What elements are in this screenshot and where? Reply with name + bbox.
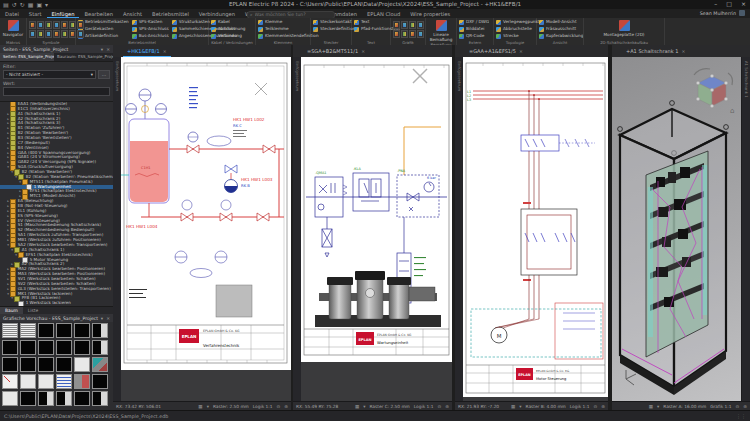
view-cube[interactable]: ⌂ [694, 69, 734, 115]
symbol-icon[interactable] [53, 30, 60, 38]
page-thumbnail[interactable] [38, 374, 54, 389]
ribbon-tab-eplan-cloud[interactable]: EPLAN Cloud [362, 10, 405, 18]
page-thumbnail[interactable] [56, 357, 72, 372]
panel-close-icon[interactable]: × [106, 316, 110, 321]
ribbon-tab-ansicht[interactable]: Ansicht [118, 10, 147, 18]
page-thumbnail[interactable] [74, 374, 90, 389]
close-button[interactable]: × [741, 0, 746, 8]
symbol-icon[interactable] [77, 30, 84, 38]
ribbon-item-verlegewegpunkt[interactable]: Verlegewegpunkt [496, 19, 540, 25]
ribbon-item-navigator[interactable]: Navigator [2, 19, 24, 37]
user-account[interactable]: Sean Mulherrin [700, 10, 745, 16]
snap-icon[interactable]: ▦ [198, 404, 202, 409]
ribbon-item-modell-ansicht[interactable]: Modell-Ansicht [539, 19, 583, 25]
symbol-icon[interactable] [393, 21, 400, 29]
ribbon-item-lineare-bema-ung[interactable]: Lineare Bemaßung [428, 19, 454, 42]
zoom-out-icon[interactable]: ⊖ [735, 404, 739, 409]
tab-close-icon[interactable]: × [519, 47, 523, 56]
grid-icon[interactable]: ▾ [363, 404, 365, 409]
ribbon-item-abbruchstelle[interactable]: Abbruchstelle [496, 26, 540, 32]
minimize-button[interactable]: – [714, 0, 717, 8]
ribbon-item-teilklemme[interactable]: Teilklemme [258, 26, 319, 32]
ribbon-item-qr-code[interactable]: QR-Code [459, 33, 489, 39]
ribbon-tab-datei[interactable]: Datei [0, 10, 24, 18]
symbol-icon[interactable] [37, 21, 44, 29]
page-thumbnail[interactable] [92, 374, 108, 389]
symbol-icon[interactable] [45, 21, 52, 29]
ribbon-tab-start[interactable]: Start [24, 10, 47, 18]
page-thumbnail[interactable] [20, 357, 36, 372]
page-thumbnail[interactable] [2, 340, 18, 355]
ribbon-item-montageplatte-2d-[interactable]: Montageplatte (2D) [586, 19, 662, 37]
symbol-icon[interactable] [29, 30, 36, 38]
filter-dropdown[interactable]: - Nicht aktiviert - ▾ [3, 70, 96, 79]
ribbon-tab-einf-gen[interactable]: Einfügen [47, 10, 80, 18]
search-input[interactable] [253, 12, 333, 17]
ribbon-item-artikeldefinition[interactable]: Artikeldefinition [78, 33, 129, 39]
page-thumbnail[interactable] [74, 340, 90, 355]
tab-close-icon[interactable]: × [681, 47, 685, 56]
pin-icon[interactable]: ▾ [101, 316, 103, 321]
symbol-icon[interactable] [61, 21, 68, 29]
tab-close-icon[interactable]: × [163, 47, 167, 56]
zoom-in-icon[interactable]: ⊕ [445, 404, 449, 409]
symbol-icon[interactable] [401, 30, 408, 38]
page-thumbnail[interactable] [2, 323, 18, 338]
symbol-icon[interactable] [29, 21, 36, 29]
symbol-icon[interactable] [393, 30, 400, 38]
grid-icon[interactable]: ▾ [657, 404, 659, 409]
zoom-out-icon[interactable]: ⊖ [593, 404, 597, 409]
page-thumbnail[interactable] [56, 323, 72, 338]
ribbon-item-klemmenleistendefinition[interactable]: Klemmenleistendefinition [258, 33, 319, 39]
ribbon-item-steckerdefinition[interactable]: Steckerdefinition [313, 26, 355, 32]
page-thumbnail[interactable] [56, 391, 72, 406]
symbol-icon[interactable] [409, 30, 416, 38]
document-tab[interactable]: +HK1&EFB/1× [123, 46, 171, 57]
symbol-icon[interactable] [409, 21, 416, 29]
page-thumbnail[interactable] [56, 374, 72, 389]
page-thumbnail[interactable] [92, 357, 108, 372]
ribbon-item-betriebsmittelkasten[interactable]: Betriebsmittelkasten [78, 19, 129, 25]
symbol-icon[interactable] [417, 21, 424, 29]
snap-icon[interactable]: ▦ [649, 404, 653, 409]
ribbon-tab-wire-properties[interactable]: Wire properties [405, 10, 455, 18]
grid-icon[interactable]: ▾ [519, 404, 521, 409]
ribbon-item-abschirmung[interactable]: Abschirmung [211, 26, 246, 32]
tab-seiten[interactable]: Seiten: ESS_Sample_Project [0, 53, 54, 61]
page-thumbnail[interactable] [92, 391, 108, 406]
page-thumbnail[interactable] [20, 340, 36, 355]
page-thumbnail[interactable] [20, 374, 36, 389]
grid-icon[interactable]: ▾ [207, 404, 209, 409]
panel-close-icon[interactable]: × [106, 47, 110, 52]
snap-icon[interactable]: ▦ [511, 404, 515, 409]
ribbon-item-bilddatei[interactable]: Bilddatei [459, 26, 489, 32]
page-thumbnail[interactable] [92, 323, 108, 338]
page-thumbnail[interactable] [20, 323, 36, 338]
snap-icon[interactable]: ▦ [355, 404, 359, 409]
page-thumbnail[interactable] [74, 357, 90, 372]
ribbon-item-sps-anschluss[interactable]: SPS-Anschluss [132, 26, 169, 32]
page-thumbnail[interactable] [74, 391, 90, 406]
value-input[interactable] [3, 87, 110, 96]
ribbon-item-kupferabwicklung[interactable]: Kupferabwicklung [539, 33, 583, 39]
page-thumbnail[interactable] [2, 374, 18, 389]
page-thumbnail[interactable] [38, 357, 54, 372]
symbol-icon[interactable] [61, 30, 68, 38]
ribbon-item-bus-anschluss[interactable]: Bus-Anschluss [132, 33, 169, 39]
symbol-icon[interactable] [53, 21, 60, 29]
ribbon-item-strecke[interactable]: Strecke [496, 33, 540, 39]
ribbon-item-sps-kasten[interactable]: SPS-Kasten [132, 19, 169, 25]
ribbon-item-fr-sausschnitt[interactable]: Fräsausschnitt [539, 26, 583, 32]
ribbon-tab-bearbeiten[interactable]: Bearbeiten [79, 10, 118, 18]
zoom-out-icon[interactable]: ⊖ [276, 404, 280, 409]
page-thumbnail[interactable] [20, 391, 36, 406]
ribbon-item-ger-tekasten[interactable]: Gerätekasten [78, 26, 129, 32]
symbol-icon[interactable] [69, 30, 76, 38]
tab-close-icon[interactable]: × [361, 47, 365, 56]
symbol-icon[interactable] [45, 30, 52, 38]
document-tab[interactable]: +A1 Schaltschrank 1× [622, 46, 689, 57]
home-icon[interactable]: ⌂ [730, 107, 734, 115]
page-thumbnail[interactable] [56, 340, 72, 355]
zoom-out-icon[interactable]: ⊖ [437, 404, 441, 409]
page-thumbnail[interactable] [2, 391, 18, 406]
